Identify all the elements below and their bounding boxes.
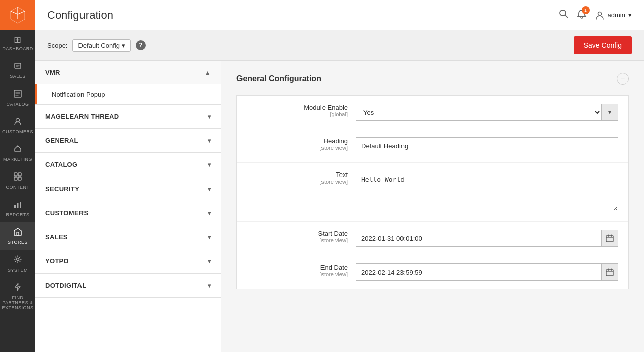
form-row-heading: Heading [store view] <box>237 129 628 163</box>
svg-rect-7 <box>14 205 16 208</box>
accordion-header-vmr[interactable]: VMR ▲ <box>35 61 221 84</box>
content-area: VMR ▲ Notification Popup MAGELEARN THREA… <box>35 61 644 352</box>
sidebar-item-system[interactable]: SYSTEM <box>0 250 35 278</box>
admin-menu[interactable]: admin ▾ <box>595 10 632 20</box>
form-row-text: Text [store view] Hello World <box>237 163 628 222</box>
heading-sublabel: [store view] <box>247 145 348 151</box>
sidebar-item-extensions[interactable]: FIND PARTNERS & EXTENSIONS <box>0 278 35 315</box>
sidebar-item-content[interactable]: CONTENT <box>0 167 35 195</box>
start-date-label: Start Date <box>247 230 348 237</box>
svg-rect-9 <box>20 202 21 208</box>
sales-icon <box>13 61 22 72</box>
config-form: Module Enable [global] Yes No ▾ <box>236 95 629 289</box>
accordion-header-dotdigital[interactable]: DOTDIGITAL ▾ <box>35 274 221 297</box>
accordion-label-customers: CUSTOMERS <box>45 209 89 217</box>
svg-rect-16 <box>606 270 613 276</box>
svg-rect-5 <box>14 177 17 180</box>
select-arrow-button[interactable]: ▾ <box>601 104 618 121</box>
accordion-body-vmr: Notification Popup <box>35 84 221 104</box>
sidebar-item-catalog[interactable]: CATALOG <box>0 84 35 112</box>
sidebar-item-label: SYSTEM <box>8 268 28 273</box>
system-icon <box>13 255 22 266</box>
sidebar-item-label: DASHBOARD <box>2 46 33 51</box>
form-label-col: End Date [store view] <box>247 263 348 277</box>
end-date-calendar-button[interactable] <box>601 263 618 281</box>
accordion-label-magelearn: MAGELEARN THREAD <box>45 113 119 120</box>
accordion-label-vmr: VMR <box>45 69 60 76</box>
start-date-input[interactable] <box>356 230 601 247</box>
chevron-down-icon: ▾ <box>208 210 211 217</box>
form-control-heading <box>356 137 618 154</box>
main-content: Configuration 1 admin ▾ Scope: Default C… <box>35 0 644 352</box>
form-control-module-enable: Yes No ▾ <box>356 104 618 121</box>
notifications-button[interactable]: 1 <box>577 9 587 21</box>
end-date-sublabel: [store view] <box>247 271 348 277</box>
accordion-header-customers[interactable]: CUSTOMERS ▾ <box>35 201 221 225</box>
start-date-calendar-button[interactable] <box>601 230 618 247</box>
text-sublabel: [store view] <box>247 179 348 185</box>
accordion-header-security[interactable]: SECURITY ▾ <box>35 177 221 201</box>
form-row-start-date: Start Date [store view] <box>237 222 628 255</box>
module-enable-label: Module Enable <box>247 104 348 111</box>
marketing-icon <box>13 144 22 155</box>
svg-line-13 <box>565 15 568 18</box>
sidebar-item-reports[interactable]: REPORTS <box>0 195 35 222</box>
accordion-catalog: CATALOG ▾ <box>35 153 221 177</box>
sidebar-item-dashboard[interactable]: ⊞ DASHBOARD <box>0 30 35 56</box>
accordion-header-sales[interactable]: SALES ▾ <box>35 225 221 249</box>
chevron-down-icon: ▾ <box>208 234 211 241</box>
sidebar-item-customers[interactable]: CUSTOMERS <box>0 112 35 139</box>
accordion-dotdigital: DOTDIGITAL ▾ <box>35 274 221 298</box>
svg-rect-10 <box>17 232 19 235</box>
form-row-end-date: End Date [store view] <box>237 255 628 289</box>
sub-item-notification-popup[interactable]: Notification Popup <box>35 84 221 104</box>
scope-select[interactable]: Default Config ▾ <box>72 39 130 52</box>
dashboard-icon: ⊞ <box>14 35 22 44</box>
sidebar-item-sales[interactable]: SALES <box>0 56 35 84</box>
accordion-header-magelearn[interactable]: MAGELEARN THREAD ▾ <box>35 105 221 128</box>
module-enable-select[interactable]: Yes No <box>356 104 601 121</box>
form-row-module-enable: Module Enable [global] Yes No ▾ <box>237 96 628 129</box>
search-icon[interactable] <box>558 9 569 21</box>
sidebar-item-stores[interactable]: STORES <box>0 222 35 250</box>
sidebar-item-label: SALES <box>10 74 26 79</box>
accordion-magelearn: MAGELEARN THREAD ▾ <box>35 105 221 129</box>
scope-bar: Scope: Default Config ▾ ? Save Config <box>35 30 644 61</box>
heading-input[interactable] <box>356 137 618 154</box>
form-label-col: Module Enable [global] <box>247 104 348 117</box>
accordion-header-yotpo[interactable]: YOTPO ▾ <box>35 249 221 273</box>
form-label-col: Heading [store view] <box>247 137 348 151</box>
date-wrapper <box>356 263 618 281</box>
chevron-down-icon: ▾ <box>208 113 211 120</box>
accordion-header-general[interactable]: GENERAL ▾ <box>35 129 221 152</box>
save-config-button[interactable]: Save Config <box>574 36 632 54</box>
accordion-header-catalog[interactable]: CATALOG ▾ <box>35 153 221 177</box>
heading-label: Heading <box>247 137 348 145</box>
svg-point-11 <box>17 258 19 261</box>
stores-icon <box>13 227 22 238</box>
accordion-sales: SALES ▾ <box>35 225 221 249</box>
module-enable-sublabel: [global] <box>247 111 348 117</box>
form-control-start-date <box>356 230 618 247</box>
catalog-icon <box>13 89 22 100</box>
collapse-icon: − <box>621 75 625 83</box>
sidebar-item-label: MARKETING <box>3 157 32 162</box>
sidebar-logo[interactable] <box>0 0 35 30</box>
notification-badge: 1 <box>582 6 590 14</box>
form-label-col: Start Date [store view] <box>247 230 348 243</box>
form-control-text: Hello World <box>356 171 618 213</box>
accordion-customers: CUSTOMERS ▾ <box>35 201 221 225</box>
page-title: Configuration <box>47 9 113 22</box>
chevron-down-icon: ▾ <box>208 258 211 265</box>
form-label-col: Text [store view] <box>247 171 348 185</box>
chevron-down-icon: ▾ <box>208 137 211 144</box>
end-date-input[interactable] <box>356 263 601 281</box>
svg-rect-4 <box>18 173 21 176</box>
sidebar-item-marketing[interactable]: MARKETING <box>0 139 35 167</box>
help-icon[interactable]: ? <box>136 40 146 50</box>
text-textarea[interactable]: Hello World <box>356 171 618 211</box>
content-icon <box>13 172 22 183</box>
topbar: Configuration 1 admin ▾ <box>35 0 644 30</box>
chevron-up-icon: ▲ <box>205 69 211 76</box>
collapse-section-button[interactable]: − <box>617 73 629 85</box>
